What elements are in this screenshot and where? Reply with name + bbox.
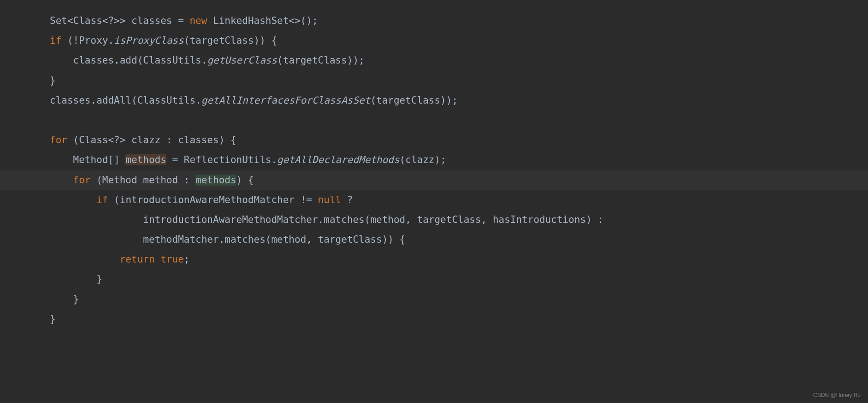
- code-token: return true: [120, 254, 184, 265]
- code-line[interactable]: classes.add(ClassUtils.getUserClass(targ…: [50, 51, 868, 70]
- code-token: isProxyClass: [114, 35, 184, 46]
- code-token: (Method method :: [91, 175, 196, 186]
- code-line[interactable]: for (Method method : methods) {: [0, 170, 868, 190]
- watermark-text: CSDN @Honey Ro: [813, 392, 861, 398]
- code-token: = ReflectionUtils.: [166, 154, 277, 165]
- code-token: (!Proxy.: [61, 35, 114, 46]
- code-token: ) {: [236, 175, 254, 186]
- code-token: if: [96, 194, 108, 205]
- code-line[interactable]: if (!Proxy.isProxyClass(targetClass)) {: [50, 31, 868, 51]
- code-line[interactable]: return true;: [50, 250, 868, 269]
- indent: [50, 274, 96, 285]
- code-token: null: [318, 194, 342, 205]
- code-line[interactable]: methodMatcher.matches(method, targetClas…: [50, 230, 868, 250]
- code-token: Set<Class<?>> classes =: [50, 15, 189, 26]
- code-token: (targetClass));: [370, 95, 458, 106]
- code-line[interactable]: }: [50, 71, 868, 91]
- code-line[interactable]: Set<Class<?>> classes = new LinkedHashSe…: [50, 11, 868, 31]
- code-token: classes.add(ClassUtils.: [73, 55, 207, 66]
- code-token: Method[]: [73, 154, 126, 165]
- indent: [50, 214, 143, 225]
- code-token: methodMatcher.matches(method, targetClas…: [143, 234, 405, 245]
- code-token: (targetClass)) {: [184, 35, 277, 46]
- code-editor[interactable]: Set<Class<?>> classes = new LinkedHashSe…: [0, 0, 868, 340]
- code-line[interactable]: }: [50, 269, 868, 289]
- code-token: }: [50, 75, 56, 86]
- code-line[interactable]: Method[] methods = ReflectionUtils.getAl…: [50, 150, 868, 170]
- code-token: methods: [195, 175, 236, 186]
- code-token: getUserClass: [207, 55, 277, 66]
- code-token: (introductionAwareMethodMatcher !=: [108, 194, 318, 205]
- code-line[interactable]: [50, 111, 868, 130]
- code-line[interactable]: }: [50, 290, 868, 310]
- code-token: introductionAwareMethodMatcher.matches(m…: [143, 214, 603, 225]
- code-token: getAllInterfacesForClassAsSet: [201, 95, 371, 106]
- code-line[interactable]: }: [50, 310, 868, 329]
- code-token: (clazz);: [400, 154, 446, 165]
- indent: [50, 294, 73, 305]
- indent: [50, 154, 73, 165]
- code-line[interactable]: for (Class<?> clazz : classes) {: [50, 130, 868, 150]
- code-token: getAllDeclaredMethods: [277, 154, 400, 165]
- indent: [50, 55, 73, 66]
- code-token: classes.addAll(ClassUtils.: [50, 95, 201, 106]
- code-line[interactable]: if (introductionAwareMethodMatcher != nu…: [50, 190, 868, 210]
- code-token: if: [50, 35, 61, 46]
- code-token: }: [50, 314, 56, 325]
- indent: [50, 254, 120, 265]
- indent: [50, 175, 73, 186]
- code-token: for: [50, 134, 67, 146]
- code-token: }: [73, 294, 79, 305]
- indent: [50, 234, 143, 245]
- code-token: for: [73, 175, 91, 186]
- code-line[interactable]: classes.addAll(ClassUtils.getAllInterfac…: [50, 91, 868, 111]
- code-token: (targetClass));: [277, 55, 365, 66]
- code-token: new: [189, 15, 207, 26]
- code-token: }: [96, 274, 102, 285]
- code-token: ;: [184, 254, 190, 265]
- indent: [50, 194, 96, 205]
- code-token: methods: [125, 154, 166, 165]
- code-token: LinkedHashSet<>();: [207, 15, 318, 26]
- code-token: ?: [341, 194, 353, 205]
- code-line[interactable]: introductionAwareMethodMatcher.matches(m…: [50, 210, 868, 230]
- code-token: (Class<?> clazz : classes) {: [67, 134, 236, 146]
